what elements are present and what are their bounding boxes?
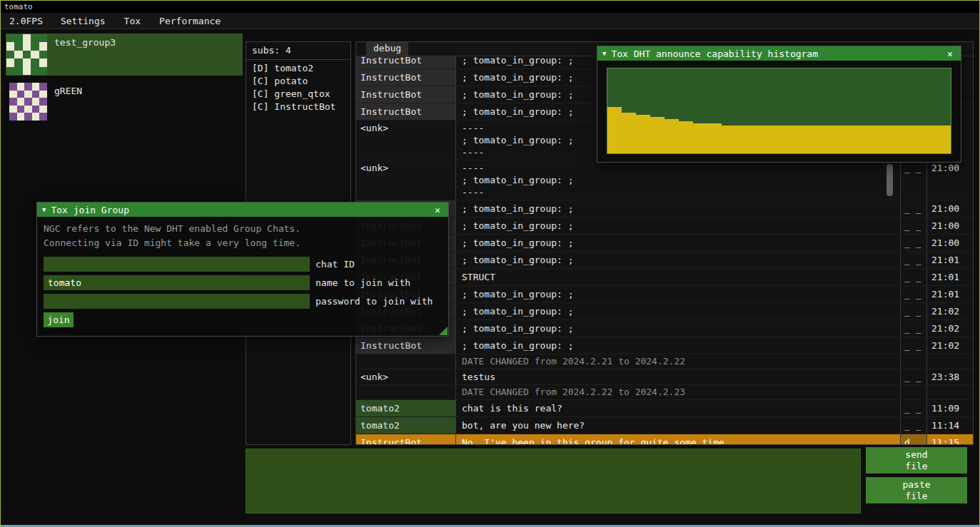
histogram-bar bbox=[922, 126, 936, 153]
delivery-status: _ _ bbox=[901, 337, 927, 354]
menu-settings[interactable]: Settings bbox=[51, 16, 115, 26]
main-content: test_group3gREEN subs: 4 [D] tomato2[C] … bbox=[1, 30, 979, 523]
timestamp: 11:15 bbox=[927, 434, 973, 444]
join-name-field-row: name to join with bbox=[44, 275, 442, 290]
histogram-bar bbox=[665, 119, 679, 153]
histogram-bar bbox=[822, 126, 837, 153]
group-avatar bbox=[9, 83, 47, 121]
chat-message-row[interactable]: tomato2chat is this real?_ _11:09 bbox=[356, 400, 973, 417]
timestamp: 21:02 bbox=[927, 337, 973, 354]
join-group-title: Tox join Group bbox=[51, 205, 427, 215]
group-name: gREEN bbox=[54, 83, 82, 123]
chat-id-input[interactable] bbox=[44, 257, 310, 272]
histogram-bar bbox=[707, 123, 722, 153]
message-input[interactable] bbox=[246, 449, 861, 513]
delivery-status: _ _ bbox=[901, 252, 927, 268]
member-item[interactable]: [C] green_qtox bbox=[246, 88, 350, 101]
join-password-input[interactable] bbox=[44, 294, 310, 309]
chat-message-row[interactable]: <unk>testus_ _23:38 bbox=[356, 369, 973, 385]
histogram-bar bbox=[851, 126, 865, 153]
sender-name: InstructBot bbox=[356, 103, 456, 120]
histogram-bar bbox=[679, 121, 693, 153]
chat-id-label: chat ID bbox=[315, 259, 355, 270]
histogram-title: Tox DHT announce capability histogram bbox=[611, 48, 939, 59]
close-icon[interactable]: ✕ bbox=[432, 205, 443, 215]
delivery-status: _ _ bbox=[901, 235, 927, 251]
join-fields: chat ID name to join with password to jo… bbox=[44, 257, 442, 309]
histogram-plot-area[interactable] bbox=[607, 68, 951, 154]
collapse-arrow-icon[interactable]: ▼ bbox=[602, 50, 606, 57]
member-item[interactable]: [C] potato bbox=[246, 75, 350, 88]
chat-message-row[interactable]: InstructBotNo, I've been in this group f… bbox=[356, 434, 973, 444]
paste-file-button[interactable]: paste file bbox=[866, 477, 967, 503]
tab-debug[interactable]: debug bbox=[366, 42, 408, 56]
fps-counter: 2.0FPS bbox=[1, 16, 51, 26]
member-item[interactable]: [D] tomato2 bbox=[246, 62, 350, 75]
join-group-body: NGC refers to the New DHT enabled Group … bbox=[37, 217, 448, 332]
message-text: ; tomato_in_group: ; bbox=[456, 252, 901, 268]
timestamp: 21:00 bbox=[927, 160, 973, 200]
collapse-arrow-icon[interactable]: ▼ bbox=[42, 206, 46, 213]
delivery-status: _ _ bbox=[901, 417, 927, 434]
message-text: ; tomato_in_group: ; bbox=[456, 200, 901, 217]
histogram-bar bbox=[779, 126, 794, 153]
timestamp: 21:00 bbox=[927, 218, 973, 234]
chat-message-row[interactable]: tomato2bot, are you new here?_ _11:14 bbox=[356, 417, 973, 434]
sender-name: <unk> bbox=[356, 369, 456, 384]
message-text: ; tomato_in_group: ; bbox=[456, 286, 901, 302]
timestamp: 21:00 bbox=[927, 235, 973, 251]
join-group-window: ▼ Tox join Group ✕ NGC refers to the New… bbox=[36, 202, 449, 337]
join-name-label: name to join with bbox=[315, 277, 410, 288]
sender-name: InstructBot bbox=[356, 86, 456, 103]
timestamp: 23:38 bbox=[927, 369, 973, 384]
join-group-titlebar[interactable]: ▼ Tox join Group ✕ bbox=[37, 203, 448, 217]
sender-name: InstructBot bbox=[356, 434, 456, 444]
join-button[interactable]: join bbox=[44, 312, 74, 327]
message-text: No, I've been in this group for quite so… bbox=[456, 434, 901, 444]
delivery-status: _ _ bbox=[901, 218, 927, 234]
send-file-button[interactable]: send file bbox=[866, 447, 967, 474]
os-titlebar[interactable]: tomato bbox=[1, 1, 979, 13]
chat-message-row[interactable]: <unk>---- ; tomato_in_group: ; ----_ _21… bbox=[356, 160, 973, 200]
sidebar-group-test_group3[interactable]: test_group3 bbox=[6, 34, 243, 76]
members-header: subs: 4 bbox=[246, 42, 350, 60]
sender-name: InstructBot bbox=[356, 337, 456, 354]
timestamp bbox=[927, 385, 973, 399]
group-list: test_group3gREEN bbox=[6, 34, 243, 131]
group-avatar bbox=[6, 34, 47, 75]
timestamp: 21:00 bbox=[927, 200, 973, 217]
timestamp: 11:14 bbox=[927, 417, 973, 434]
join-password-field-row: password to join with bbox=[44, 294, 442, 309]
chat-scrollbar-thumb[interactable] bbox=[886, 164, 893, 196]
histogram-bar bbox=[794, 126, 808, 153]
sender-name: InstructBot bbox=[356, 56, 456, 68]
timestamp: 11:09 bbox=[927, 400, 973, 416]
menu-tox[interactable]: Tox bbox=[115, 16, 150, 26]
date-changed-row[interactable]: DATE CHANGED from 2024.2.22 to 2024.2.23 bbox=[356, 385, 973, 400]
join-password-label: password to join with bbox=[315, 296, 433, 307]
histogram-bar bbox=[650, 117, 665, 153]
menu-performance[interactable]: Performance bbox=[150, 16, 230, 26]
histogram-titlebar[interactable]: ▼ Tox DHT announce capability histogram … bbox=[597, 46, 961, 61]
join-name-input[interactable] bbox=[44, 275, 310, 290]
delivery-status: _ _ bbox=[901, 269, 927, 285]
message-text: DATE CHANGED from 2024.2.21 to 2024.2.22 bbox=[456, 354, 901, 369]
member-item[interactable]: [C] InstructBot bbox=[246, 101, 350, 113]
histogram-bar bbox=[622, 113, 636, 153]
message-text: chat is this real? bbox=[456, 400, 901, 416]
histogram-bar bbox=[750, 126, 764, 153]
message-text: DATE CHANGED from 2024.2.22 to 2024.2.23 bbox=[456, 385, 901, 399]
timestamp bbox=[927, 354, 973, 369]
message-text: ; tomato_in_group: ; bbox=[456, 218, 901, 234]
histogram-bar bbox=[736, 126, 750, 153]
date-changed-row[interactable]: DATE CHANGED from 2024.2.21 to 2024.2.22 bbox=[356, 354, 973, 369]
histogram-bar bbox=[879, 126, 894, 153]
message-text: ; tomato_in_group: ; bbox=[456, 320, 901, 337]
timestamp: 21:02 bbox=[927, 320, 973, 337]
chat-message-row[interactable]: InstructBot; tomato_in_group: ;_ _21:02 bbox=[356, 337, 973, 354]
chat-id-field-row: chat ID bbox=[44, 257, 442, 272]
resize-grip-icon[interactable] bbox=[439, 327, 448, 335]
delivery-status: _ _ bbox=[901, 400, 927, 416]
close-icon[interactable]: ✕ bbox=[944, 48, 956, 59]
sidebar-group-gREEN[interactable]: gREEN bbox=[6, 82, 243, 124]
